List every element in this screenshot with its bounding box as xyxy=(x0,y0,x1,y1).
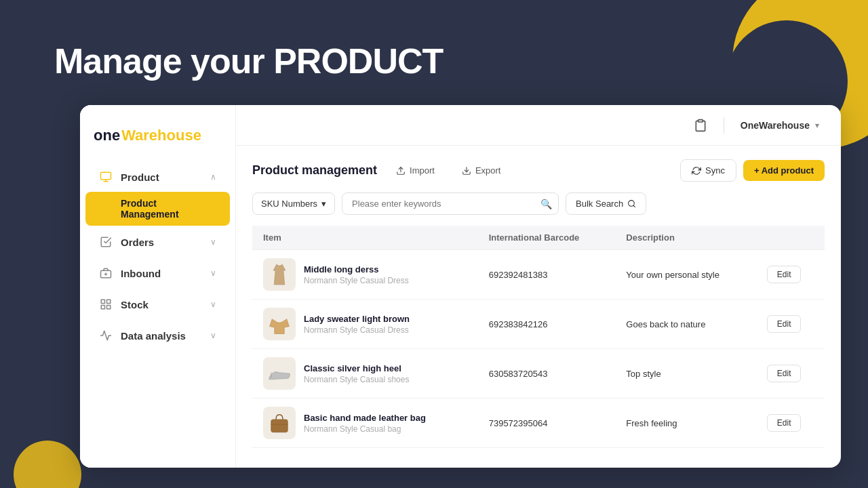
item-subtitle-3: Normann Style Casual bag xyxy=(304,424,426,434)
main-card: oneWarehouse Product ∧ xyxy=(80,105,841,468)
item-cell-2: Classic silver high heel Normann Style C… xyxy=(252,349,478,399)
decorative-arc-bottom-left xyxy=(14,441,81,488)
product-table: Item International Barcode Description M xyxy=(252,226,825,448)
sidebar-item-inbound[interactable]: Inbound ∨ xyxy=(85,258,230,288)
item-action-2: Edit xyxy=(756,349,825,399)
table-row: Lady sweater light brown Normann Style C… xyxy=(252,300,825,349)
product-icon xyxy=(99,170,113,184)
edit-button-2[interactable]: Edit xyxy=(767,365,802,382)
topbar: OneWarehouse ▾ xyxy=(236,105,841,146)
sync-button[interactable]: Sync xyxy=(680,159,736,182)
logo-one: one xyxy=(94,127,120,144)
item-name-3: Basic hand made leather bag xyxy=(304,413,426,423)
item-barcode-3: 739572395064 xyxy=(478,399,616,448)
sidebar-item-product[interactable]: Product ∧ xyxy=(85,162,230,192)
stock-icon xyxy=(99,298,113,311)
nav-label-data-analysis: Data analysis xyxy=(121,330,186,342)
workspace-name: OneWarehouse xyxy=(741,120,810,131)
product-mgmt-title: Product management xyxy=(252,163,377,178)
svg-rect-7 xyxy=(101,306,104,309)
svg-rect-5 xyxy=(107,300,111,303)
export-label: Export xyxy=(475,165,501,176)
svg-rect-14 xyxy=(271,420,288,432)
import-label: Import xyxy=(410,165,435,176)
sidebar: oneWarehouse Product ∧ xyxy=(80,105,236,468)
svg-line-12 xyxy=(633,205,635,207)
filter-dropdown[interactable]: SKU Numbers ▾ xyxy=(252,192,335,215)
item-subtitle-0: Normann Style Casual Dress xyxy=(304,276,409,285)
inbound-icon xyxy=(99,266,113,280)
item-action-3: Edit xyxy=(756,399,825,448)
svg-rect-6 xyxy=(107,306,111,309)
item-barcode-0: 692392481383 xyxy=(478,250,616,300)
filter-label: SKU Numbers xyxy=(261,199,317,209)
edit-button-1[interactable]: Edit xyxy=(767,315,802,333)
item-description-2: Top style xyxy=(615,349,755,399)
workspace-selector[interactable]: OneWarehouse ▾ xyxy=(735,117,825,134)
nav-label-product: Product xyxy=(121,171,159,183)
nav-item-stock: Stock ∨ xyxy=(80,289,235,319)
product-chevron-icon: ∧ xyxy=(210,172,216,182)
data-analysis-icon xyxy=(99,329,113,342)
sidebar-item-stock[interactable]: Stock ∨ xyxy=(85,289,230,319)
search-bar: SKU Numbers ▾ 🔍 Bulk Search xyxy=(252,192,825,215)
sidebar-item-product-management[interactable]: Product Management xyxy=(85,192,230,226)
table-row: Classic silver high heel Normann Style C… xyxy=(252,349,825,399)
add-product-label: + Add product xyxy=(754,165,814,176)
search-input[interactable] xyxy=(342,192,559,215)
orders-chevron-icon: ∨ xyxy=(210,237,216,247)
logo: oneWarehouse xyxy=(80,116,235,161)
product-management-area: Product management Import xyxy=(236,146,841,468)
item-image-2 xyxy=(263,357,296,390)
add-product-button[interactable]: + Add product xyxy=(743,160,825,181)
data-analysis-chevron-icon: ∨ xyxy=(210,331,216,340)
item-cell-1: Lady sweater light brown Normann Style C… xyxy=(252,300,478,349)
nav-label-orders: Orders xyxy=(121,237,154,248)
logo-warehouse: Warehouse xyxy=(121,127,201,144)
item-action-1: Edit xyxy=(756,300,825,349)
item-name-1: Lady sweater light brown xyxy=(304,314,410,324)
topbar-divider xyxy=(724,117,724,134)
item-description-3: Fresh feeling xyxy=(615,399,755,448)
sidebar-item-orders[interactable]: Orders ∨ xyxy=(85,227,230,257)
nav-label-inbound: Inbound xyxy=(121,268,161,279)
item-subtitle-2: Normann Style Casual shoes xyxy=(304,375,409,384)
pmgmt-actions-right: Sync + Add product xyxy=(680,159,825,182)
item-action-0: Edit xyxy=(756,250,825,300)
sidebar-item-data-analysis[interactable]: Data analysis ∨ xyxy=(85,321,230,350)
table-header-row: Item International Barcode Description xyxy=(252,226,825,250)
item-image-0 xyxy=(263,258,296,291)
orders-icon xyxy=(99,235,113,249)
export-button[interactable]: Export xyxy=(454,161,509,180)
search-input-wrapper: 🔍 xyxy=(342,192,559,215)
stock-chevron-icon: ∨ xyxy=(210,300,216,309)
item-image-1 xyxy=(263,308,296,340)
item-description-0: Your own personal style xyxy=(615,250,755,300)
nav-item-orders: Orders ∨ xyxy=(80,227,235,257)
nav-label-stock: Stock xyxy=(121,299,149,310)
item-barcode-1: 692383842126 xyxy=(478,300,616,349)
nav-item-inbound: Inbound ∨ xyxy=(80,258,235,288)
item-name-0: Middle long derss xyxy=(304,264,409,274)
clipboard-icon-btn[interactable] xyxy=(688,113,713,138)
content-area: OneWarehouse ▾ Product management Import xyxy=(236,105,841,468)
pmgmt-title-area: Product management Import xyxy=(252,161,509,180)
table-row: Middle long derss Normann Style Casual D… xyxy=(252,250,825,300)
col-header-item: Item xyxy=(252,226,478,250)
item-cell-0: Middle long derss Normann Style Casual D… xyxy=(252,250,478,300)
edit-button-0[interactable]: Edit xyxy=(767,266,802,283)
inbound-chevron-icon: ∨ xyxy=(210,268,216,278)
table-row: Basic hand made leather bag Normann Styl… xyxy=(252,399,825,448)
workspace-chevron-icon: ▾ xyxy=(815,121,819,130)
import-button[interactable]: Import xyxy=(388,161,443,180)
search-icon[interactable]: 🔍 xyxy=(540,199,552,209)
bulk-search-button[interactable]: Bulk Search xyxy=(566,192,646,215)
hero-title: Manage your PRODUCT xyxy=(54,41,443,81)
sidebar-nav: Product ∧ Product Management xyxy=(80,162,235,350)
edit-button-3[interactable]: Edit xyxy=(767,414,802,432)
svg-rect-0 xyxy=(101,172,111,180)
bulk-search-label: Bulk Search xyxy=(576,199,623,209)
item-description-1: Goes back to nature xyxy=(615,300,755,349)
svg-rect-4 xyxy=(101,300,104,303)
item-barcode-2: 630583720543 xyxy=(478,349,616,399)
